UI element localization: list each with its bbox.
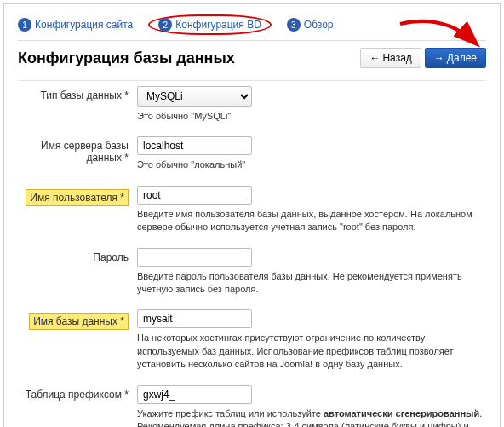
pass-input[interactable] bbox=[137, 248, 252, 267]
wizard-steps: 1Конфигурация сайта 2Конфигурация BD 3Об… bbox=[18, 14, 486, 41]
back-button[interactable]: ← Назад bbox=[360, 48, 421, 68]
next-button[interactable]: → Далее bbox=[425, 48, 486, 68]
dbname-help: На некоторых хостингах присутствуют огра… bbox=[137, 332, 486, 371]
step-2[interactable]: 2Конфигурация BD bbox=[148, 14, 272, 35]
prefix-help: Укажите префикс таблиц или используйте а… bbox=[137, 407, 486, 427]
prefix-label: Таблица префиксом * bbox=[18, 385, 137, 427]
host-label: Имя сервера базы данных * bbox=[18, 136, 137, 182]
host-input[interactable] bbox=[137, 136, 252, 155]
user-input[interactable] bbox=[137, 186, 252, 205]
pass-help: Введите пароль пользователя базы данных.… bbox=[137, 270, 486, 297]
dbtype-select[interactable]: MySQLi bbox=[137, 86, 252, 107]
dbtype-help: Это обычно "MySQLi" bbox=[137, 110, 486, 123]
dbname-input[interactable] bbox=[137, 309, 252, 328]
step-1[interactable]: 1Конфигурация сайта bbox=[18, 18, 133, 32]
host-help: Это обычно "локальный" bbox=[137, 159, 486, 171]
prefix-input[interactable] bbox=[137, 385, 252, 404]
step-3[interactable]: 3Обзор bbox=[287, 18, 334, 32]
dbtype-label: Тип базы данных * bbox=[18, 86, 137, 133]
page-title: Конфигурация базы данных bbox=[18, 49, 235, 67]
user-label: Имя пользователя * bbox=[26, 189, 129, 206]
pass-label: Пароль bbox=[18, 248, 137, 307]
user-help: Введите имя пользователя базы данных, вы… bbox=[137, 208, 486, 234]
dbname-label: Имя базы данных * bbox=[29, 313, 129, 330]
